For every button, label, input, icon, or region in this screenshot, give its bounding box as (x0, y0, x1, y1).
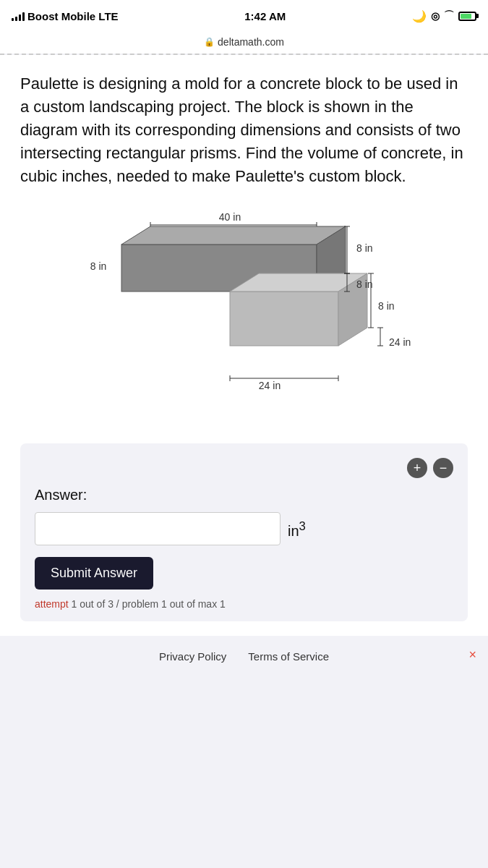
carrier-label: Boost Mobile LTE (27, 10, 119, 22)
submit-answer-button[interactable]: Submit Answer (35, 557, 153, 590)
diagram-svg: 40 in 8 in 8 in (56, 205, 432, 422)
terms-of-service-link[interactable]: Terms of Service (248, 650, 329, 663)
address-bar: 🔒 deltamath.com (0, 32, 488, 54)
footer: Privacy Policy Terms of Service (0, 636, 488, 674)
plus-button[interactable]: + (407, 458, 427, 478)
answer-input[interactable] (35, 512, 281, 545)
label-8in-right-far: 8 in (378, 300, 395, 312)
answer-label: Answer: (35, 487, 453, 503)
signal-bars-icon (12, 11, 25, 21)
lock-icon: 🔒 (204, 37, 215, 47)
status-right: 🌙 ◎ ⌒ (412, 9, 476, 23)
answer-input-row: in3 (35, 512, 453, 545)
label-24in-bottom: 24 in (258, 380, 280, 391)
privacy-policy-link[interactable]: Privacy Policy (159, 650, 226, 663)
unit-label: in3 (288, 519, 306, 540)
footer-wrapper: Privacy Policy Terms of Service × (0, 636, 488, 674)
svg-rect-6 (230, 292, 338, 346)
diagram-container: 40 in 8 in 8 in (20, 205, 468, 422)
minus-button[interactable]: − (433, 458, 453, 478)
close-icon[interactable]: × (468, 647, 476, 663)
battery-icon (458, 12, 476, 21)
label-8in-right-mid: 8 in (356, 278, 373, 290)
status-left: Boost Mobile LTE (12, 10, 119, 22)
location-icon: ◎ (431, 10, 440, 22)
svg-marker-4 (121, 226, 346, 244)
plus-minus-row: + − (35, 458, 453, 478)
label-40in: 40 in (218, 211, 240, 223)
time-display: 1:42 AM (244, 10, 286, 22)
label-24in-right: 24 in (389, 336, 411, 348)
moon-icon: 🌙 (412, 9, 427, 23)
problem-text: Paulette is designing a mold for a concr… (20, 72, 468, 187)
address-url: 🔒 deltamath.com (204, 36, 284, 48)
attempt-text: attempt 1 out of 3 / problem 1 out of ma… (35, 598, 453, 610)
main-content: Paulette is designing a mold for a concr… (0, 55, 488, 636)
label-8in-right-top: 8 in (356, 242, 373, 254)
headphones-icon: ⌒ (444, 9, 454, 22)
status-bar: Boost Mobile LTE 1:42 AM 🌙 ◎ ⌒ (0, 0, 488, 32)
url-text: deltamath.com (218, 36, 284, 48)
answer-section: + − Answer: in3 Submit Answer attempt 1 … (20, 443, 468, 621)
label-8in-left: 8 in (90, 260, 106, 272)
